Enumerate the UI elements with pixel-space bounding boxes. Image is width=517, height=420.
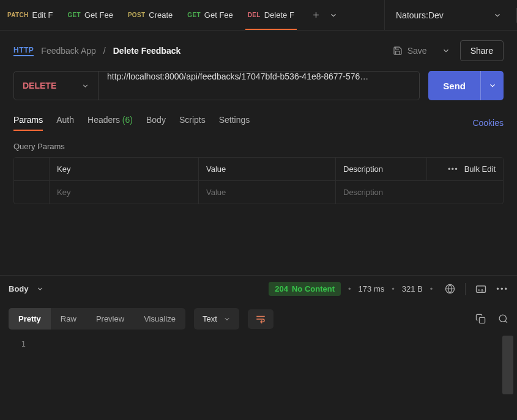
tab-label: Delete F <box>264 10 294 20</box>
response-status-bar: Body 204 No Content • 173 ms • 321 B • e… <box>0 275 517 302</box>
tab-headers-label: Headers <box>87 115 120 125</box>
tab-settings[interactable]: Settings <box>219 115 250 131</box>
chevron-down-icon[interactable] <box>36 285 44 293</box>
response-body: 1 <box>0 336 517 394</box>
send-options-button[interactable] <box>480 71 504 100</box>
tab-get-feedback-2[interactable]: GET Get Fee <box>180 0 240 30</box>
tab-method: POST <box>128 12 145 18</box>
tab-scripts[interactable]: Scripts <box>179 115 206 131</box>
method-select[interactable]: DELETE <box>14 72 99 100</box>
table-row <box>14 180 503 204</box>
plus-icon <box>311 10 321 20</box>
breadcrumb-collection[interactable]: Feedback App <box>41 46 96 56</box>
tab-method: GET <box>187 12 200 18</box>
tab-auth[interactable]: Auth <box>56 115 74 131</box>
save-button[interactable]: Save <box>388 42 432 59</box>
value-input[interactable] <box>206 188 328 197</box>
status-pill: 204 No Content <box>269 282 341 296</box>
view-visualize[interactable]: Visualize <box>134 308 185 330</box>
svg-text:e.g.: e.g. <box>478 288 484 292</box>
share-button[interactable]: Share <box>460 40 504 61</box>
query-params-table: Key Value Description ••• Bulk Edit <box>13 157 504 204</box>
row-description-cell <box>336 180 503 204</box>
url-input[interactable]: http://localhost:8000/api/feedbacks/1704… <box>99 72 419 100</box>
header-value: Value <box>199 158 336 180</box>
method-name: DELETE <box>23 81 56 90</box>
header-description: Description <box>336 158 427 180</box>
tab-delete-feedback[interactable]: DEL Delete F <box>240 0 302 30</box>
save-label: Save <box>407 46 427 56</box>
breadcrumb-row: HTTP Feedback App / Delete Feedback Save… <box>0 31 517 71</box>
tabs-dropdown[interactable] <box>329 11 338 20</box>
header-checkbox-cell <box>14 158 50 180</box>
send-button[interactable]: Send <box>428 71 480 100</box>
globe-icon[interactable] <box>445 284 455 294</box>
content-type-label: Text <box>203 314 217 323</box>
query-params-title: Query Params <box>0 134 517 157</box>
tab-get-feedback-1[interactable]: GET Get Fee <box>60 0 120 30</box>
status-code: 204 <box>275 284 288 293</box>
environment-name: Natours:Dev <box>396 10 444 20</box>
chevron-down-icon <box>329 11 338 20</box>
save-options-button[interactable] <box>438 43 454 59</box>
tab-method: PATCH <box>7 12 28 18</box>
tab-label: Get Fee <box>204 10 233 20</box>
http-icon: HTTP <box>13 46 34 56</box>
svg-point-8 <box>499 315 506 322</box>
request-row: DELETE http://localhost:8000/api/feedbac… <box>0 71 517 111</box>
separator-dot: • <box>348 284 351 293</box>
chevron-down-icon <box>81 82 89 90</box>
breadcrumb-separator: / <box>103 46 106 56</box>
description-input[interactable] <box>343 188 496 197</box>
tab-method: GET <box>67 12 80 18</box>
divider <box>465 283 466 295</box>
request-tabs: Params Auth Headers (6) Body Scripts Set… <box>0 111 517 134</box>
row-key-cell <box>50 180 199 204</box>
chevron-down-icon <box>493 11 502 20</box>
view-pretty[interactable]: Pretty <box>9 308 51 330</box>
line-number: 1 <box>0 336 34 394</box>
new-tab-button[interactable] <box>311 10 321 20</box>
request-box: DELETE http://localhost:8000/api/feedbac… <box>13 71 420 100</box>
more-icon[interactable]: ••• <box>448 164 458 174</box>
bulk-edit-button[interactable]: Bulk Edit <box>464 164 496 174</box>
tab-label: Get Fee <box>84 10 113 20</box>
wrap-icon <box>255 314 266 324</box>
view-preview[interactable]: Preview <box>86 308 134 330</box>
tab-edit-feedback[interactable]: PATCH Edit F <box>0 0 60 30</box>
cookies-link[interactable]: Cookies <box>472 118 504 128</box>
status-text: No Content <box>292 284 335 293</box>
separator-dot: • <box>430 284 433 293</box>
more-options-icon[interactable]: ••• <box>496 284 508 293</box>
tab-headers[interactable]: Headers (6) <box>87 115 133 131</box>
breadcrumb-request: Delete Feedback <box>113 46 181 56</box>
headers-count: (6) <box>122 115 133 125</box>
view-mode-group: Pretty Raw Preview Visualize <box>9 308 185 330</box>
tab-params[interactable]: Params <box>13 115 43 131</box>
content-type-select[interactable]: Text <box>194 308 239 330</box>
svg-line-9 <box>505 321 507 323</box>
chevron-down-icon <box>488 81 497 90</box>
separator-dot: • <box>392 284 395 293</box>
response-body-label[interactable]: Body <box>9 284 29 293</box>
scrollbar[interactable] <box>502 336 513 394</box>
row-checkbox-cell[interactable] <box>14 180 50 204</box>
wrap-lines-button[interactable] <box>248 309 273 329</box>
table-header-row: Key Value Description ••• Bulk Edit <box>14 158 503 180</box>
header-actions: ••• Bulk Edit <box>427 158 503 180</box>
tab-bar: PATCH Edit F GET Get Fee POST Create GET… <box>0 0 517 31</box>
key-input[interactable] <box>57 188 191 197</box>
copy-icon[interactable] <box>475 314 486 324</box>
header-key: Key <box>50 158 199 180</box>
save-icon <box>393 46 403 56</box>
chevron-down-icon <box>442 46 450 55</box>
tab-create-feedback[interactable]: POST Create <box>121 0 180 30</box>
save-response-icon[interactable]: e.g. <box>475 285 486 293</box>
environment-selector[interactable]: Natours:Dev <box>384 0 513 30</box>
chevron-down-icon <box>223 315 231 323</box>
tab-body[interactable]: Body <box>146 115 166 131</box>
search-icon[interactable] <box>498 314 508 324</box>
row-value-cell <box>199 180 336 204</box>
response-time: 173 ms <box>359 284 385 293</box>
view-raw[interactable]: Raw <box>51 308 86 330</box>
